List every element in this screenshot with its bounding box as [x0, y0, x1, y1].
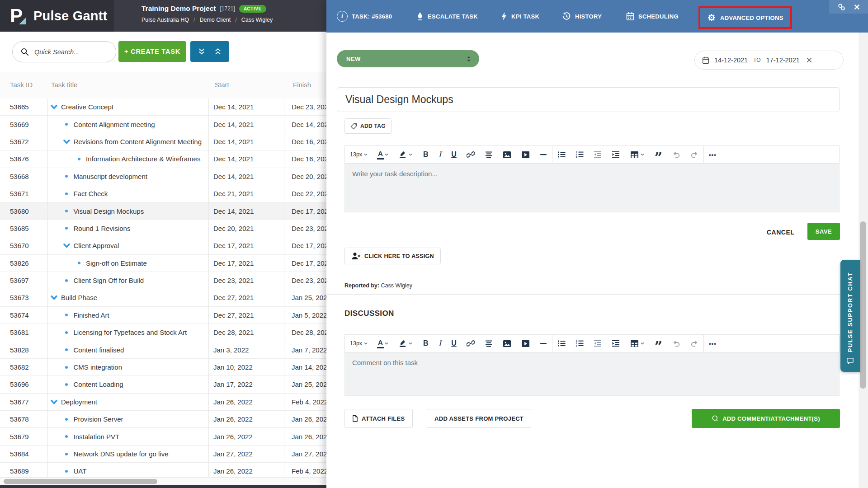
table-row[interactable]: 53674Finished ArtDec 27, 2021Jan 5, 2022 [0, 307, 326, 324]
column-header-start[interactable]: Start [215, 81, 229, 89]
outdent-icon[interactable] [589, 335, 607, 352]
table-row[interactable]: 53828Content finalisedJan 3, 2022Jan 7, … [0, 341, 326, 358]
more-icon[interactable]: ••• [704, 335, 722, 352]
expand-chevron-icon[interactable] [50, 295, 58, 300]
breadcrumb-item-user[interactable]: Cass Wigley [241, 17, 273, 23]
indent-icon[interactable] [607, 335, 625, 352]
table-row[interactable]: 53684Network DNS update for go liveJan 2… [0, 446, 326, 463]
numbered-list-icon[interactable]: 123 [571, 335, 589, 352]
table-row[interactable]: 53826Sign-off on EstimateDec 17, 2021Dec… [0, 255, 326, 272]
video-icon[interactable] [516, 146, 535, 163]
expand-collapse-all-button[interactable] [190, 41, 229, 62]
text-color-icon[interactable]: A [373, 146, 394, 163]
end-date-value[interactable]: 17-12-2021 [766, 56, 800, 64]
horizontal-rule-icon[interactable] [535, 146, 552, 163]
bold-icon[interactable]: B [418, 335, 434, 352]
copy-link-icon[interactable] [837, 3, 846, 11]
column-header-finish[interactable]: Finish [293, 81, 311, 89]
table-row[interactable]: 53697Client Sign Off for BuildDec 23, 20… [0, 272, 326, 289]
align-icon[interactable] [480, 146, 498, 163]
expand-chevron-icon[interactable] [63, 139, 71, 144]
underline-icon[interactable]: U [446, 146, 462, 163]
task-status-select[interactable]: NEW [337, 50, 479, 67]
vertical-scrollbar-thumb[interactable] [860, 221, 866, 389]
image-icon[interactable] [498, 146, 516, 163]
table-row[interactable]: 53672Revisions from Content Alignment Me… [0, 133, 326, 150]
expand-chevron-icon[interactable] [50, 399, 58, 404]
quote-icon[interactable]: ” [650, 335, 667, 352]
app-logo[interactable]: P Pulse Gantt [0, 0, 114, 32]
add-tag-button[interactable]: ADD TAG [344, 118, 392, 134]
table-row[interactable]: 53689UATJan 26, 2022Feb 4, 2022 [0, 463, 326, 478]
tab-escalate-task[interactable]: ESCALATE TASK [416, 0, 478, 33]
redo-icon[interactable] [685, 146, 703, 163]
tab-advanced-options[interactable]: ADVANCED OPTIONS [698, 6, 792, 29]
font-size-icon[interactable]: 13px [345, 146, 373, 163]
collapse-all-icon[interactable] [197, 48, 207, 56]
highlight-color-icon[interactable] [394, 146, 418, 163]
table-row[interactable]: 53682CMS integrationJan 10, 2022Jan 14, … [0, 359, 326, 376]
table-row[interactable]: 53677DeploymentJan 26, 2022Feb 4, 2022 [0, 394, 326, 411]
table-row[interactable]: 53670Client ApprovalDec 17, 2021Dec 17, … [0, 237, 326, 254]
indent-icon[interactable] [607, 146, 625, 163]
column-header-task-id[interactable]: Task ID [10, 81, 33, 89]
task-title-input[interactable] [337, 87, 840, 112]
undo-icon[interactable] [667, 335, 685, 352]
table-row[interactable]: 53665Creative ConceptDec 14, 2021Dec 23,… [0, 99, 326, 116]
table-row[interactable]: 53679Instalation PVTJan 26, 2022Jan 26, … [0, 428, 326, 445]
table-icon[interactable] [625, 335, 650, 352]
table-row[interactable]: 53696Content LoadingJan 17, 2022Jan 25, … [0, 376, 326, 393]
horizontal-rule-icon[interactable] [535, 335, 552, 352]
tab-history[interactable]: HISTORY [562, 0, 602, 33]
link-icon[interactable] [462, 146, 480, 163]
video-icon[interactable] [516, 335, 535, 352]
table-row[interactable]: 53680Visual Design MockupsDec 14, 2021De… [0, 202, 326, 220]
numbered-list-icon[interactable]: 123 [571, 146, 589, 163]
support-chat-tab[interactable]: PULSE SUPPORT CHAT [840, 260, 860, 372]
cancel-button[interactable]: CANCEL [764, 224, 797, 241]
breadcrumb-item-org[interactable]: Pulse Australia HQ [142, 17, 189, 23]
table-row[interactable]: 53678Provision ServerJan 26, 2022Jan 26,… [0, 411, 326, 428]
expand-all-icon[interactable] [213, 48, 223, 56]
image-icon[interactable] [498, 335, 516, 352]
comment-editor[interactable]: Comment on this task [344, 352, 840, 396]
bullet-list-icon[interactable] [552, 335, 571, 352]
align-icon[interactable] [480, 335, 498, 352]
italic-icon[interactable]: I [434, 146, 447, 163]
table-row[interactable]: 53673Build PhaseDec 27, 2021Jan 25, 2022 [0, 289, 326, 306]
text-color-icon[interactable]: A [373, 335, 394, 352]
table-row[interactable]: 53681Licensing for Typefaces and Stock A… [0, 324, 326, 341]
date-range-picker[interactable]: 14-12-2021 TO 17-12-2021 [694, 51, 844, 70]
outdent-icon[interactable] [589, 146, 607, 163]
expand-chevron-icon[interactable] [50, 104, 58, 109]
underline-icon[interactable]: U [446, 335, 462, 352]
attach-files-button[interactable]: ATTACH FILES [344, 409, 413, 428]
bullet-list-icon[interactable] [552, 146, 571, 163]
more-icon[interactable]: ••• [704, 146, 722, 163]
quick-search[interactable] [12, 41, 116, 62]
tab-kpi-task[interactable]: KPI TASK [501, 0, 539, 33]
close-icon[interactable] [854, 4, 860, 10]
tab-scheduling[interactable]: SCHEDULING [626, 0, 679, 33]
link-icon[interactable] [462, 335, 480, 352]
table-row[interactable]: 53676Information Architecture & Wirefram… [0, 150, 326, 168]
horizontal-scrollbar-thumb[interactable] [4, 479, 157, 484]
redo-icon[interactable] [685, 335, 703, 352]
add-assets-button[interactable]: ADD ASSETS FROM PROJECT [427, 409, 531, 428]
start-date-value[interactable]: 14-12-2021 [714, 56, 748, 64]
assign-button[interactable]: CLICK HERE TO ASSIGN [344, 248, 441, 264]
add-comment-button[interactable]: ADD COMMENT/ATTACHMENT(S) [692, 409, 840, 428]
column-header-task-title[interactable]: Task title [51, 81, 77, 89]
table-row[interactable]: 53668Manuscript developmentDec 14, 2021D… [0, 168, 326, 185]
italic-icon[interactable]: I [434, 335, 447, 352]
create-task-button[interactable]: + CREATE TASK [118, 41, 186, 62]
save-button[interactable]: SAVE [807, 223, 840, 240]
info-icon[interactable]: i [337, 11, 348, 22]
task-description-editor[interactable]: Write your task description... [344, 164, 840, 212]
table-icon[interactable] [625, 146, 650, 163]
table-row[interactable]: 53671Fact CheckDec 21, 2021Dec 22, 2021 [0, 185, 326, 202]
breadcrumb-item-client[interactable]: Demo Client [199, 17, 231, 23]
bold-icon[interactable]: B [418, 146, 434, 163]
table-row[interactable]: 53669Content Alignment meetingDec 14, 20… [0, 116, 326, 133]
search-input[interactable] [33, 48, 108, 56]
